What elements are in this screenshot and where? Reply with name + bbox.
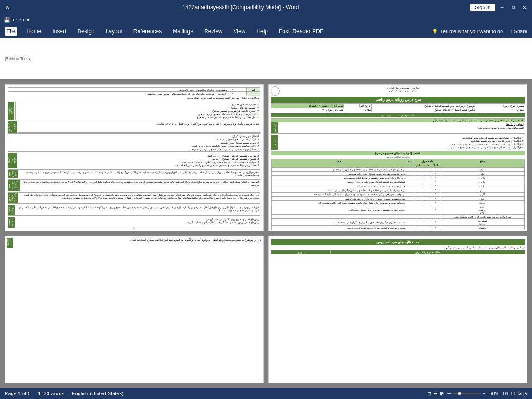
little-8: [414, 197, 422, 201]
obj-row-7: کاربرد * در موقعیت‌های واقعی زندگی، مثلا…: [272, 193, 525, 197]
menu-file[interactable]: File: [5, 27, 17, 36]
zoom-slider[interactable]: ─ +: [447, 391, 485, 396]
level-5: ترکیب: [440, 184, 525, 188]
level-2: تعقل: [440, 172, 525, 176]
notes-section: ضرب عددهای صحیح تقسیم عددهای صحیح تعیین …: [8, 102, 260, 120]
partial-5: [422, 184, 431, 188]
col-little: کمی: [414, 163, 422, 168]
signin-button[interactable]: Sign in: [470, 4, 495, 11]
full-12: *: [431, 219, 440, 226]
exp-1: ۱. ضرب و تقسیم عددهای صحیح را درک کنند.: [9, 138, 259, 141]
obj-row-1: ادراک * دریافتن زمان حرکت یک شی مثل قطار…: [272, 168, 525, 172]
little-7: [414, 193, 422, 197]
level-9: ترکیب: [440, 201, 525, 205]
goal-text-8: ضرب و تقسیم عددهای صحیح را با یک مثال در…: [272, 197, 406, 201]
menu-foxit[interactable]: Foxit Reader PDF: [277, 27, 325, 36]
sub-objectives-section: اهداف (با رعایت توالی محتوای درسی) حداقل…: [271, 151, 525, 230]
count-5: [406, 184, 414, 188]
zoom-plus-icon[interactable]: +: [483, 391, 485, 396]
partial-1: [422, 168, 431, 172]
page-info: Page 1 of 5: [5, 391, 30, 396]
page-top-left: عدد * * وظیفه‌های در انجام فعالیت‌های در…: [5, 84, 264, 231]
redo-icon[interactable]: ↪: [20, 17, 24, 23]
partial-8: [422, 197, 431, 201]
impl-label: روش اجراو تداومانگیزه: [8, 193, 18, 203]
groups-label: گروه‌بندیو مدلسازمانکلاس: [8, 180, 20, 191]
level-4: کاربرد: [440, 180, 525, 184]
menu-design[interactable]: Design: [75, 27, 96, 36]
obj-row-3: کاربرد * درباره کاربرد عددهای صحیح و تقس…: [272, 176, 525, 180]
count-3: [406, 176, 414, 180]
count-4: [406, 180, 414, 184]
save-icon[interactable]: 💾: [4, 17, 10, 23]
exp-2: ۲. تعیین و تقسیم عددهای صحیح را بیابند.: [9, 141, 259, 144]
bottom-right-content: ب: فعالیت‌های مرحله تدریس در این مرحله ف…: [271, 239, 525, 254]
tell-me-bar[interactable]: 💡 Tell me what you want to do: [432, 29, 503, 35]
zoom-minus-icon[interactable]: ─: [447, 391, 451, 396]
notes-label: رئوسمطالب: [8, 102, 14, 120]
resources-label: مواد ورسانه‌هایآموزشی: [8, 121, 17, 133]
goals-content: اهداف و پیامدها آشنایی دانش‌آموز با ضرب …: [271, 122, 525, 133]
restore-icon[interactable]: ⧉: [509, 3, 517, 12]
tell-me-text: Tell me what you want to do: [440, 29, 503, 34]
entry-section: ۱. ضرب و تقسیم عددهای صحیح را درک کنند. …: [8, 153, 260, 168]
zoom-handle: [458, 392, 461, 395]
count-8: [406, 197, 414, 201]
methods-text-2: روش‌های فرعی: روش توضیحی، بحث گروهی، تکل…: [17, 221, 259, 224]
info-table: شماره طرح درس: ۱ موضوع درس: ضرب و تقسیم …: [271, 103, 525, 112]
full-3: *: [431, 176, 440, 180]
bottom-left-label: بیانموضوع: [7, 238, 13, 248]
status-right: ⊡ ☰ ⊞ ─ + 60% 01:11 ق.ظ: [427, 391, 527, 397]
obj-row-2: تعقل * تعیین علامت در ضرب و تقسیم عددهای…: [272, 172, 525, 176]
bottom-right-text: در این مرحله فعالیت‌های زیر توسط معلم، د…: [271, 246, 525, 249]
goal-label: هدف کلی: [271, 122, 278, 133]
partial-6: [422, 188, 431, 193]
menu-help[interactable]: Help: [254, 27, 270, 36]
full-2: *: [431, 172, 440, 176]
read-mode-icon[interactable]: ☰: [433, 391, 438, 397]
menu-home[interactable]: Home: [24, 27, 43, 36]
count-2: [406, 172, 414, 176]
customize-icon[interactable]: ▾: [27, 17, 30, 23]
minimize-icon[interactable]: ─: [498, 3, 506, 12]
note-2: تقسیم عددهای صحیح: [17, 106, 259, 109]
col-teaching: تدریس: [271, 250, 331, 254]
goal-text-10: به کاربرد ضرب و تقسیم در روزمره زندگی رو…: [272, 205, 406, 215]
undo-icon[interactable]: ↩: [13, 17, 17, 23]
full-4: *: [431, 180, 440, 184]
menu-layout[interactable]: Layout: [104, 27, 124, 36]
web-layout-icon[interactable]: ⊞: [440, 391, 444, 397]
goal-text-6: دریافتن حرکت یک شی مثل قطار - از یک نقطه…: [272, 188, 406, 193]
menu-references[interactable]: References: [132, 27, 163, 36]
menu-bar: File Home Insert Design Layout Reference…: [0, 25, 532, 38]
ribbon: [Ribbon Tools]: [0, 38, 532, 79]
full-7: *: [431, 193, 440, 197]
count-7: [406, 193, 414, 197]
full-6: *: [431, 188, 440, 193]
print-layout-icon[interactable]: ⊡: [427, 391, 431, 397]
tasks-table: عدد * * وظیفه‌های در انجام فعالیت‌های در…: [8, 87, 260, 100]
close-icon[interactable]: ✕: [520, 3, 528, 12]
entry-4: ۴. مسائل مربوط به ضرب و تقسیم عددهای صحی…: [19, 164, 259, 167]
exp-4: ۴. مسائل مربوط به ضرب و تقسیم عددهای صحی…: [9, 148, 259, 151]
zoom-bar: [453, 393, 481, 394]
bottom-left-text: در این موضوع می‌شود موضعیت و شرایطی به و…: [14, 238, 261, 248]
menu-mailings[interactable]: Mailings: [171, 27, 195, 36]
count-12: [406, 219, 414, 226]
full-13: *: [431, 226, 440, 230]
methods-label: روش‌هایتدریس: [8, 217, 15, 228]
goal-text-12: نسبت به همکاری در گروه رعایت حق همگروهی‌…: [272, 219, 406, 226]
view-icons: ⊡ ☰ ⊞: [427, 391, 444, 397]
lang-info: English (United States): [72, 391, 124, 396]
menu-review[interactable]: Review: [202, 27, 224, 36]
share-button[interactable]: ↑ Share: [510, 29, 527, 34]
menu-insert[interactable]: Insert: [50, 27, 68, 36]
objectives-section: ۱. فراگیران با عملیات ضرب و تقسیم عددهای…: [271, 135, 525, 150]
note-3: تعیین علامت در ضرب و تقسیم صحیح: [17, 109, 259, 112]
menu-view[interactable]: View: [232, 27, 248, 36]
full-5: *: [431, 184, 440, 188]
partial-3: [422, 176, 431, 180]
class-name: کلاس: هفتم (فصل ۲ عددهای صحیح): [372, 108, 476, 112]
partial-2: [422, 172, 431, 176]
entry-3: ۳. بتوانند محاسبه حاصل عددهای صحیح را بگ…: [19, 161, 259, 163]
